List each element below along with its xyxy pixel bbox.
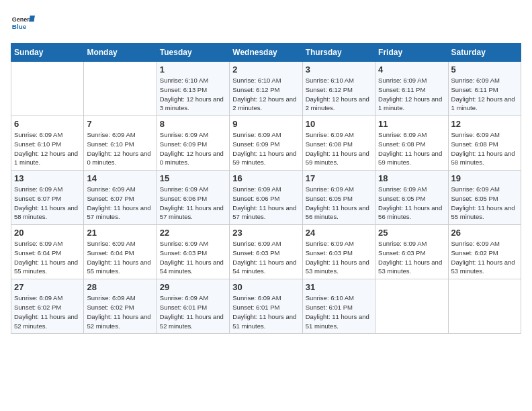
day-number: 10 [306,119,372,129]
calendar-cell: 29Sunrise: 6:09 AM Sunset: 6:01 PM Dayli… [157,279,229,334]
day-info: Sunrise: 6:09 AM Sunset: 6:05 PM Dayligh… [378,185,445,222]
day-info: Sunrise: 6:09 AM Sunset: 6:02 PM Dayligh… [87,293,153,330]
weekday-header-cell: Thursday [302,44,375,62]
day-number: 20 [14,228,81,238]
calendar-cell: 17Sunrise: 6:09 AM Sunset: 6:05 PM Dayli… [302,171,375,225]
calendar-table: SundayMondayTuesdayWednesdayThursdayFrid… [11,43,521,334]
calendar-cell [375,279,448,334]
weekday-header-cell: Saturday [448,44,521,62]
day-info: Sunrise: 6:10 AM Sunset: 6:12 PM Dayligh… [232,76,299,113]
calendar-cell: 18Sunrise: 6:09 AM Sunset: 6:05 PM Dayli… [375,171,448,225]
day-info: Sunrise: 6:09 AM Sunset: 6:05 PM Dayligh… [451,185,518,222]
weekday-header-cell: Monday [84,44,157,62]
calendar-cell: 24Sunrise: 6:09 AM Sunset: 6:03 PM Dayli… [302,225,375,279]
day-number: 8 [160,119,226,129]
day-number: 11 [378,119,445,129]
day-number: 13 [14,173,81,183]
day-info: Sunrise: 6:09 AM Sunset: 6:03 PM Dayligh… [232,239,299,276]
day-info: Sunrise: 6:09 AM Sunset: 6:01 PM Dayligh… [160,293,226,330]
calendar-cell [84,62,157,116]
weekday-header-cell: Friday [375,44,448,62]
weekday-header-row: SundayMondayTuesdayWednesdayThursdayFrid… [11,44,521,62]
calendar-cell: 22Sunrise: 6:09 AM Sunset: 6:03 PM Dayli… [157,225,229,279]
calendar-cell: 15Sunrise: 6:09 AM Sunset: 6:06 PM Dayli… [157,171,229,225]
calendar-cell: 16Sunrise: 6:09 AM Sunset: 6:06 PM Dayli… [230,171,302,225]
calendar-cell: 14Sunrise: 6:09 AM Sunset: 6:07 PM Dayli… [84,171,157,225]
weekday-header-cell: Tuesday [157,44,229,62]
day-info: Sunrise: 6:09 AM Sunset: 6:04 PM Dayligh… [14,239,81,276]
day-number: 16 [232,173,299,183]
day-number: 18 [378,173,445,183]
calendar-week-row: 20Sunrise: 6:09 AM Sunset: 6:04 PM Dayli… [11,225,521,279]
calendar-cell: 27Sunrise: 6:09 AM Sunset: 6:02 PM Dayli… [11,279,84,334]
day-info: Sunrise: 6:09 AM Sunset: 6:09 PM Dayligh… [232,130,299,167]
day-info: Sunrise: 6:09 AM Sunset: 6:03 PM Dayligh… [378,239,445,276]
calendar-cell: 4Sunrise: 6:09 AM Sunset: 6:11 PM Daylig… [375,62,448,116]
calendar-cell: 31Sunrise: 6:10 AM Sunset: 6:01 PM Dayli… [302,279,375,334]
day-number: 3 [306,64,372,75]
weekday-header-cell: Sunday [11,44,84,62]
day-number: 4 [378,64,445,75]
svg-text:Blue: Blue [12,23,27,30]
calendar-cell: 2Sunrise: 6:10 AM Sunset: 6:12 PM Daylig… [230,62,302,116]
day-number: 2 [232,64,299,75]
day-number: 24 [306,228,372,238]
calendar-cell: 19Sunrise: 6:09 AM Sunset: 6:05 PM Dayli… [448,171,521,225]
page-header: General Blue [11,11,521,35]
day-number: 19 [451,173,518,183]
calendar-cell: 7Sunrise: 6:09 AM Sunset: 6:10 PM Daylig… [84,116,157,171]
day-number: 27 [14,282,81,292]
day-info: Sunrise: 6:09 AM Sunset: 6:06 PM Dayligh… [160,185,226,222]
calendar-body: 1Sunrise: 6:10 AM Sunset: 6:13 PM Daylig… [11,62,521,334]
calendar-cell: 30Sunrise: 6:09 AM Sunset: 6:01 PM Dayli… [230,279,302,334]
calendar-cell: 5Sunrise: 6:09 AM Sunset: 6:11 PM Daylig… [448,62,521,116]
day-info: Sunrise: 6:09 AM Sunset: 6:02 PM Dayligh… [14,293,81,330]
day-info: Sunrise: 6:09 AM Sunset: 6:10 PM Dayligh… [87,130,153,167]
calendar-cell: 20Sunrise: 6:09 AM Sunset: 6:04 PM Dayli… [11,225,84,279]
calendar-week-row: 1Sunrise: 6:10 AM Sunset: 6:13 PM Daylig… [11,62,521,116]
day-number: 29 [160,282,226,292]
day-info: Sunrise: 6:09 AM Sunset: 6:03 PM Dayligh… [160,239,226,276]
calendar-cell [448,279,521,334]
calendar-cell: 11Sunrise: 6:09 AM Sunset: 6:08 PM Dayli… [375,116,448,171]
calendar-cell: 1Sunrise: 6:10 AM Sunset: 6:13 PM Daylig… [157,62,229,116]
day-info: Sunrise: 6:09 AM Sunset: 6:10 PM Dayligh… [14,130,81,167]
day-number: 26 [451,228,518,238]
day-number: 28 [87,282,153,292]
calendar-cell: 26Sunrise: 6:09 AM Sunset: 6:02 PM Dayli… [448,225,521,279]
day-number: 22 [160,228,226,238]
day-number: 9 [232,119,299,129]
calendar-week-row: 6Sunrise: 6:09 AM Sunset: 6:10 PM Daylig… [11,116,521,171]
day-number: 15 [160,173,226,183]
calendar-cell: 23Sunrise: 6:09 AM Sunset: 6:03 PM Dayli… [230,225,302,279]
calendar-cell: 12Sunrise: 6:09 AM Sunset: 6:08 PM Dayli… [448,116,521,171]
day-number: 7 [87,119,153,129]
day-number: 1 [160,64,226,75]
day-info: Sunrise: 6:09 AM Sunset: 6:03 PM Dayligh… [306,239,372,276]
day-number: 25 [378,228,445,238]
day-number: 31 [306,282,372,292]
day-number: 12 [451,119,518,129]
day-info: Sunrise: 6:09 AM Sunset: 6:07 PM Dayligh… [14,185,81,222]
day-number: 14 [87,173,153,183]
day-info: Sunrise: 6:09 AM Sunset: 6:08 PM Dayligh… [306,130,372,167]
calendar-cell: 9Sunrise: 6:09 AM Sunset: 6:09 PM Daylig… [230,116,302,171]
day-info: Sunrise: 6:09 AM Sunset: 6:11 PM Dayligh… [451,76,518,113]
day-info: Sunrise: 6:09 AM Sunset: 6:06 PM Dayligh… [232,185,299,222]
calendar-week-row: 27Sunrise: 6:09 AM Sunset: 6:02 PM Dayli… [11,279,521,334]
weekday-header-cell: Wednesday [230,44,302,62]
day-info: Sunrise: 6:09 AM Sunset: 6:02 PM Dayligh… [451,239,518,276]
day-number: 23 [232,228,299,238]
calendar-cell [11,62,84,116]
day-info: Sunrise: 6:10 AM Sunset: 6:12 PM Dayligh… [306,76,372,113]
day-info: Sunrise: 6:09 AM Sunset: 6:09 PM Dayligh… [160,130,226,167]
day-info: Sunrise: 6:09 AM Sunset: 6:05 PM Dayligh… [306,185,372,222]
day-info: Sunrise: 6:09 AM Sunset: 6:11 PM Dayligh… [378,76,445,113]
day-info: Sunrise: 6:09 AM Sunset: 6:07 PM Dayligh… [87,185,153,222]
day-number: 30 [232,282,299,292]
calendar-cell: 6Sunrise: 6:09 AM Sunset: 6:10 PM Daylig… [11,116,84,171]
calendar-cell: 21Sunrise: 6:09 AM Sunset: 6:04 PM Dayli… [84,225,157,279]
calendar-week-row: 13Sunrise: 6:09 AM Sunset: 6:07 PM Dayli… [11,171,521,225]
calendar-cell: 10Sunrise: 6:09 AM Sunset: 6:08 PM Dayli… [302,116,375,171]
day-info: Sunrise: 6:09 AM Sunset: 6:01 PM Dayligh… [232,293,299,330]
